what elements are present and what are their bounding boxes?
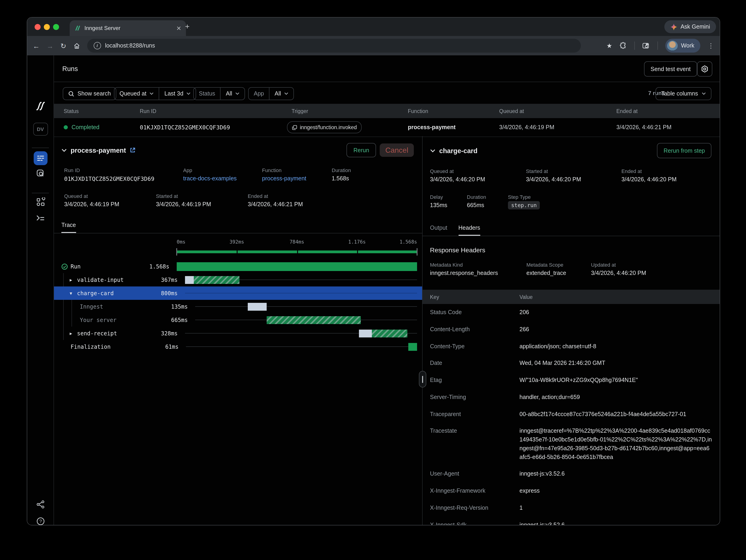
trace-minimap[interactable] (177, 250, 417, 253)
trace-row-inngest[interactable]: Inngest135ms (54, 300, 422, 313)
chevron-down-icon (235, 92, 240, 95)
status-filter[interactable]: Status All (193, 87, 245, 100)
browser-tab[interactable]: Inngest Server ✕ (70, 20, 186, 36)
column-header: Status (64, 108, 79, 114)
queued-at-value: 3/4/2026, 4:46:19 PM (64, 201, 119, 208)
show-search-button[interactable]: Show search (63, 87, 116, 100)
tab-close-icon[interactable]: ✕ (176, 25, 181, 31)
header-value: 00-a8bc2f17c4ccce87cc7376e5246a221b-f4ae… (519, 410, 712, 419)
header-row: User-Agentinngest-js:v3.52.6 (423, 466, 720, 483)
cancel-button[interactable]: Cancel (380, 144, 414, 157)
rerun-button[interactable]: Rerun (346, 143, 376, 157)
header-key: Status Code (430, 308, 519, 317)
duration-value: 665ms (467, 202, 484, 208)
run-id-value: 01KJXD1TQCZ852GMEX0CQF3D69 (64, 175, 154, 182)
trace-segment-queue (185, 276, 194, 284)
app-filter-select[interactable]: All (269, 88, 294, 100)
trace-row-validate-input[interactable]: ▶validate-input367ms (54, 273, 422, 287)
trace-row-duration: 665ms (160, 317, 188, 323)
header-row: Content-Length266 (423, 321, 720, 338)
trace-row-run[interactable]: Run1.568s (54, 260, 422, 273)
window-close-button[interactable] (35, 24, 40, 30)
site-info-icon[interactable]: i (93, 42, 101, 49)
window-minimize-button[interactable] (44, 24, 50, 30)
status-filter-label: Status (194, 88, 220, 100)
minimap-tick (417, 248, 418, 256)
gemini-icon (670, 23, 677, 30)
sidebar-item-terminal[interactable] (36, 214, 45, 222)
field-label: Duration (467, 194, 486, 200)
metadata-scope-value: extended_trace (526, 270, 566, 276)
time-field-select[interactable]: Queued at (114, 88, 159, 100)
environment-badge[interactable]: DV (33, 123, 48, 136)
function-link[interactable]: process-payment (262, 175, 306, 182)
value-column-header: Value (519, 294, 712, 300)
trace-row-finalization[interactable]: Finalization61ms (54, 340, 422, 353)
new-tab-button[interactable]: + (185, 22, 190, 31)
header-row: X-Inngest-Req-Version1 (423, 500, 720, 517)
status-dot (64, 125, 68, 129)
url-text: localhost:8288/runs (105, 42, 155, 49)
send-test-event-button[interactable]: Send test event (644, 61, 697, 77)
column-header: Queued at (499, 108, 524, 114)
tab-search-icon[interactable] (642, 42, 650, 49)
headers-table-header: Key Value (423, 290, 720, 304)
bookmark-star-icon[interactable]: ★ (606, 42, 612, 49)
tab-headers[interactable]: Headers (458, 225, 480, 236)
table-row[interactable]: Completed 01KJXD1TQCZ852GMEX0CQF3D69 inn… (54, 118, 720, 137)
header-value: inngest@traceref=%7B%22tp%22%3A%2200-4ae… (519, 427, 712, 462)
header-key: Traceparent (430, 410, 519, 419)
sidebar-item-apps[interactable] (36, 198, 45, 207)
reload-icon[interactable]: ↻ (60, 42, 66, 49)
help-icon[interactable]: ? (36, 517, 45, 525)
app-link[interactable]: trace-docs-examples (183, 175, 237, 182)
header-row: Server-Timinghandler, action;dur=659 (423, 389, 720, 406)
step-name: charge-card (439, 147, 478, 154)
trace-row-duration: 367ms (150, 276, 178, 283)
column-header: Ended at (616, 108, 638, 114)
expand-icon[interactable]: ▶ (70, 331, 74, 335)
share-icon[interactable] (36, 500, 45, 509)
extensions-icon[interactable] (620, 42, 627, 49)
header-key: Content-Length (430, 325, 519, 334)
home-icon[interactable] (73, 42, 80, 49)
trace-row-your-server[interactable]: Your server665ms (54, 313, 422, 327)
chevron-down-icon (702, 92, 706, 95)
trace-row-send-receipt[interactable]: ▶send-receipt328ms (54, 327, 422, 340)
external-link-icon[interactable] (130, 147, 136, 153)
chevron-down-icon (284, 92, 288, 95)
ask-gemini-button[interactable]: Ask Gemini (664, 20, 716, 33)
header-row: Content-Typeapplication/json; charset=ut… (423, 338, 720, 355)
rerun-from-step-button[interactable]: Rerun from step (657, 143, 711, 158)
trace-row-charge-card[interactable]: ▼charge-card800ms (54, 287, 422, 300)
sidebar-item-events[interactable] (36, 169, 45, 178)
sidebar-item-runs[interactable] (33, 151, 47, 165)
trace-row-name: Run (61, 263, 142, 270)
back-icon[interactable]: ← (33, 42, 40, 49)
search-icon (68, 91, 74, 97)
table-columns-button[interactable]: Table columns (656, 87, 711, 100)
collapse-icon[interactable]: ▼ (70, 291, 74, 295)
header-key: Date (430, 359, 519, 368)
tab-trace[interactable]: Trace (61, 222, 76, 233)
time-filter[interactable]: Queued at Last 3d (114, 87, 196, 100)
profile-button[interactable]: Work (665, 39, 700, 53)
app-sidebar: DV ? (27, 55, 54, 525)
profile-label: Work (681, 42, 694, 49)
minimap-gap (297, 250, 298, 253)
url-bar[interactable]: i localhost:8288/runs (87, 39, 581, 53)
status-filter-select[interactable]: All (220, 88, 245, 100)
browser-menu-icon[interactable]: ⋮ (708, 42, 714, 49)
expand-icon[interactable]: ▶ (70, 277, 74, 282)
time-range-select[interactable]: Last 3d (159, 88, 196, 100)
chevron-down-icon[interactable] (430, 149, 435, 152)
check-circle-icon (61, 263, 68, 270)
app-filter[interactable]: App All (248, 87, 294, 100)
toolbar-divider (634, 41, 635, 50)
settings-button[interactable] (697, 61, 712, 77)
tab-output[interactable]: Output (430, 225, 447, 236)
forward-icon[interactable]: → (47, 42, 54, 49)
trigger-pill[interactable]: inngest/function.invoked (287, 121, 362, 133)
window-zoom-button[interactable] (53, 24, 59, 30)
chevron-down-icon[interactable] (61, 148, 67, 152)
